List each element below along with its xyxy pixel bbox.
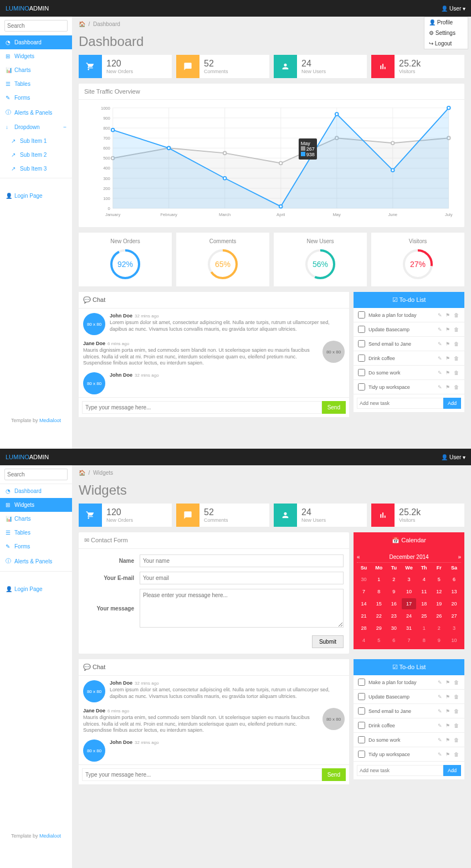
cal-day[interactable]: 2 — [432, 623, 446, 634]
nav-forms[interactable]: ✎Forms — [0, 540, 72, 553]
nav-dropdown[interactable]: ↓Dropdown− — [0, 120, 72, 134]
cal-day[interactable]: 4 — [417, 574, 431, 585]
edit-icon[interactable]: ✎ — [438, 341, 443, 347]
chat-scroll[interactable]: 80 x 80 John Doe32 mins agoLorem ipsum d… — [79, 676, 349, 764]
footer-link[interactable]: Medialoot — [39, 833, 61, 839]
cal-day[interactable]: 31 — [402, 623, 416, 634]
nav-dashboard[interactable]: ◔Dashboard — [0, 484, 72, 498]
cal-day[interactable]: 3 — [447, 623, 461, 634]
brand-logo[interactable]: LUMINOADMIN — [6, 5, 49, 12]
todo-checkbox[interactable] — [358, 369, 365, 376]
nav-alerts[interactable]: ⓘAlerts & Panels — [0, 105, 72, 120]
cal-day[interactable]: 18 — [417, 598, 431, 609]
chat-scroll[interactable]: 80 x 80 John Doe32 mins agoLorem ipsum d… — [79, 309, 349, 397]
cal-day[interactable]: 30 — [357, 574, 371, 585]
todo-checkbox[interactable] — [358, 707, 365, 715]
todo-checkbox[interactable] — [358, 326, 365, 333]
flag-icon[interactable]: ⚑ — [446, 723, 451, 728]
name-input[interactable] — [140, 554, 344, 567]
todo-checkbox[interactable] — [358, 722, 365, 729]
cal-day[interactable]: 29 — [372, 623, 386, 634]
edit-icon[interactable]: ✎ — [438, 356, 443, 361]
flag-icon[interactable]: ⚑ — [446, 356, 451, 361]
cal-day[interactable]: 2 — [387, 574, 401, 585]
edit-icon[interactable]: ✎ — [438, 737, 443, 743]
dropdown-logout[interactable]: ↪ Logout — [424, 38, 468, 49]
email-input[interactable] — [140, 572, 344, 584]
trash-icon[interactable]: 🗑 — [454, 312, 460, 318]
flag-icon[interactable]: ⚑ — [446, 327, 451, 332]
cal-day[interactable]: 9 — [387, 586, 401, 597]
cal-day[interactable]: 1 — [417, 623, 431, 634]
cal-day[interactable]: 6 — [387, 635, 401, 646]
nav-dashboard[interactable]: ◔Dashboard — [0, 35, 72, 49]
home-icon[interactable]: 🏠 — [79, 21, 85, 27]
home-icon[interactable]: 🏠 — [79, 470, 85, 476]
cal-day[interactable]: 15 — [372, 598, 386, 609]
search-input[interactable] — [4, 469, 68, 480]
todo-add-button[interactable]: Add — [443, 765, 461, 776]
cal-day[interactable]: 8 — [372, 586, 386, 597]
user-menu-toggle[interactable]: 👤 User ▾ — [441, 454, 465, 460]
cal-day[interactable]: 7 — [402, 635, 416, 646]
nav-sub3[interactable]: ↗Sub Item 3 — [0, 162, 72, 176]
edit-icon[interactable]: ✎ — [438, 694, 443, 700]
edit-icon[interactable]: ✎ — [438, 370, 443, 376]
cal-day[interactable]: 21 — [357, 610, 371, 622]
chat-input[interactable] — [82, 401, 322, 414]
nav-tables[interactable]: ☰Tables — [0, 526, 72, 540]
trash-icon[interactable]: 🗑 — [454, 327, 460, 332]
cal-day[interactable]: 9 — [432, 635, 446, 646]
chat-input[interactable] — [82, 768, 322, 781]
cal-day[interactable]: 17 — [402, 598, 416, 609]
edit-icon[interactable]: ✎ — [438, 384, 443, 390]
cal-day[interactable]: 5 — [372, 635, 386, 646]
dropdown-profile[interactable]: 👤 Profile — [424, 17, 468, 28]
cal-day[interactable]: 3 — [402, 574, 416, 585]
todo-add-input[interactable] — [357, 398, 443, 409]
cal-day[interactable]: 25 — [417, 610, 431, 622]
nav-widgets[interactable]: ⊞Widgets — [0, 498, 72, 512]
nav-alerts[interactable]: ⓘAlerts & Panels — [0, 553, 72, 569]
todo-checkbox[interactable] — [358, 311, 365, 319]
cal-day[interactable]: 1 — [372, 574, 386, 585]
cal-day[interactable]: 10 — [402, 586, 416, 597]
todo-checkbox[interactable] — [358, 679, 365, 686]
cal-day[interactable]: 7 — [357, 586, 371, 597]
cal-day[interactable]: 23 — [387, 610, 401, 622]
trash-icon[interactable]: 🗑 — [454, 723, 460, 728]
nav-login[interactable]: 👤Login Page — [0, 189, 72, 203]
footer-link[interactable]: Medialoot — [39, 418, 61, 423]
trash-icon[interactable]: 🗑 — [454, 680, 460, 685]
trash-icon[interactable]: 🗑 — [454, 384, 460, 390]
todo-checkbox[interactable] — [358, 751, 365, 758]
submit-button[interactable]: Submit — [312, 635, 344, 648]
trash-icon[interactable]: 🗑 — [454, 370, 460, 376]
cal-day[interactable]: 26 — [432, 610, 446, 622]
todo-checkbox[interactable] — [358, 383, 365, 391]
cal-day[interactable]: 4 — [357, 635, 371, 646]
search-input[interactable] — [4, 20, 68, 32]
dropdown-settings[interactable]: ⚙ Settings — [424, 28, 468, 38]
message-textarea[interactable] — [140, 589, 344, 628]
edit-icon[interactable]: ✎ — [438, 327, 443, 332]
trash-icon[interactable]: 🗑 — [454, 341, 460, 347]
trash-icon[interactable]: 🗑 — [454, 737, 460, 743]
edit-icon[interactable]: ✎ — [438, 680, 443, 685]
todo-checkbox[interactable] — [358, 355, 365, 362]
cal-day[interactable]: 5 — [432, 574, 446, 585]
cal-day[interactable]: 28 — [357, 623, 371, 634]
cal-day[interactable]: 12 — [432, 586, 446, 597]
cal-day[interactable]: 14 — [357, 598, 371, 609]
flag-icon[interactable]: ⚑ — [446, 312, 451, 318]
cal-day[interactable]: 8 — [417, 635, 431, 646]
trash-icon[interactable]: 🗑 — [454, 356, 460, 361]
cal-day[interactable]: 19 — [432, 598, 446, 609]
cal-day[interactable]: 30 — [387, 623, 401, 634]
flag-icon[interactable]: ⚑ — [446, 384, 451, 390]
cal-day[interactable]: 16 — [387, 598, 401, 609]
cal-day[interactable]: 20 — [447, 598, 461, 609]
edit-icon[interactable]: ✎ — [438, 312, 443, 318]
trash-icon[interactable]: 🗑 — [454, 694, 460, 700]
todo-add-button[interactable]: Add — [443, 398, 461, 409]
